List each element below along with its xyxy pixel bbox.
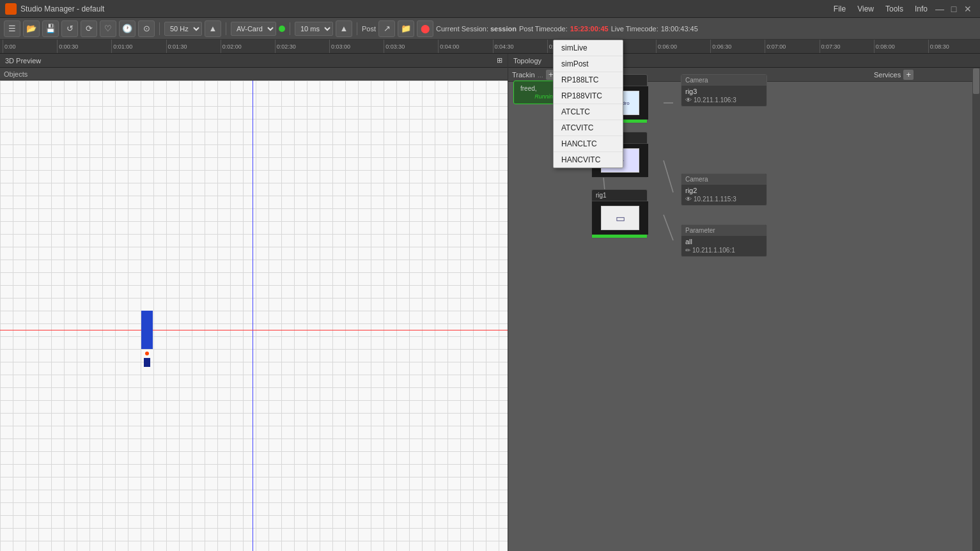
folder-button[interactable]: 📁 xyxy=(398,20,414,37)
svg-line-3 xyxy=(664,160,673,192)
camera-body xyxy=(141,311,153,349)
preview-expand-icon[interactable]: ⊞ xyxy=(497,56,502,65)
window-controls: — □ ✕ xyxy=(933,2,975,16)
cam2-eye-icon: 👁 xyxy=(685,196,692,203)
post-icon-button[interactable]: ↗ xyxy=(378,20,395,37)
cam3-ip: 👁 10.211.1.106:3 xyxy=(681,97,766,106)
live-timecode-label: Live Timecode: xyxy=(611,25,658,33)
cam2-box: Camera rig2 👁 10.211.1.115:3 xyxy=(681,173,767,206)
save-button[interactable]: 💾 xyxy=(42,20,59,37)
delay-up-button[interactable]: ▲ xyxy=(336,20,352,37)
heart-button[interactable]: ♡ xyxy=(100,20,116,37)
param-header: Parameter xyxy=(681,225,766,236)
minimize-button[interactable]: — xyxy=(933,2,947,16)
ruler-container: 0:000:00:300:01:000:01:300:02:000:02:300… xyxy=(3,40,980,54)
rig1-status-bar xyxy=(592,235,647,238)
title-bar: Studio Manager - default File View Tools… xyxy=(0,0,980,18)
dropdown-item-atcltc[interactable]: ATCLTC xyxy=(554,104,623,120)
param-pen-icon: ✏ xyxy=(685,247,690,254)
menu-tools[interactable]: Tools xyxy=(880,3,908,15)
dropdown-item-hancltc[interactable]: HANCLTC xyxy=(554,136,623,152)
rig1-thumb-inner: ▭ xyxy=(601,206,639,230)
separator4 xyxy=(357,22,357,35)
preview-header: 3D Preview ⊞ xyxy=(0,54,508,68)
vertical-crosshair xyxy=(253,81,253,551)
refresh-button[interactable]: ⟳ xyxy=(81,20,97,37)
card-status-dot xyxy=(279,26,285,32)
rig1-thumbnail: ▭ xyxy=(592,201,648,235)
open-button[interactable]: 📂 xyxy=(23,20,40,37)
timecode-dropdown-menu: simLive simPost RP188LTC RP188VITC ATCLT… xyxy=(553,40,623,168)
main-area: 3D Preview ⊞ Objects Topology xyxy=(0,54,980,551)
post-timecode-value: 15:23:00:45 xyxy=(570,25,609,33)
delay-select[interactable]: 10 ms xyxy=(295,22,333,36)
camera-lens xyxy=(144,358,150,367)
right-scrollbar[interactable] xyxy=(972,68,980,551)
separator2 xyxy=(226,22,226,35)
title-text: Studio Manager - default xyxy=(20,4,828,13)
cam2-header: Camera xyxy=(681,174,766,185)
separator3 xyxy=(290,22,290,35)
dropdown-item-rp188ltc[interactable]: RP188LTC xyxy=(554,72,623,88)
cam3-name: rig3 xyxy=(681,86,766,97)
preview-canvas[interactable] xyxy=(0,81,508,551)
cam2-name: rig2 xyxy=(681,185,766,196)
services-add-button[interactable]: + xyxy=(903,70,914,80)
camera-dot xyxy=(145,352,149,355)
cam2-ip: 👁 10.211.1.115:3 xyxy=(681,196,766,205)
menu-view[interactable]: View xyxy=(852,3,879,15)
services-header: Services + xyxy=(870,68,972,82)
live-timecode-value: 18:00:43:45 xyxy=(661,25,698,33)
rig1-title: rig1 xyxy=(592,190,647,201)
record-button[interactable]: ⊙ xyxy=(138,20,155,37)
new-button[interactable]: ☰ xyxy=(4,20,20,37)
separator1 xyxy=(159,22,160,35)
menu-info[interactable]: Info xyxy=(910,3,933,15)
tracking-title: Trackin xyxy=(512,71,535,79)
freq-up-button[interactable]: ▲ xyxy=(205,20,221,37)
rig1-box: rig1 ▭ xyxy=(591,189,648,238)
post-timecode-label: Post Timecode: xyxy=(519,25,568,33)
parameter-card[interactable]: Parameter all ✏ 10.211.1.106:1 xyxy=(681,224,767,257)
maximize-button[interactable]: □ xyxy=(947,2,961,16)
close-button[interactable]: ✕ xyxy=(961,2,975,16)
camera-rig3-card[interactable]: Camera rig3 👁 10.211.1.106:3 xyxy=(681,74,767,107)
card-select[interactable]: AV-Card xyxy=(231,22,276,36)
menu-file[interactable]: File xyxy=(828,3,851,15)
param-ip: ✏ 10.211.1.106:1 xyxy=(681,247,766,256)
param-name: all xyxy=(681,236,766,247)
topology-title: Topology xyxy=(513,57,541,65)
clock-button[interactable]: 🕐 xyxy=(119,20,136,37)
cam3-header: Camera xyxy=(681,75,766,86)
preview-panel: 3D Preview ⊞ Objects xyxy=(0,54,508,551)
services-title: Services xyxy=(874,71,901,79)
preview-title: 3D Preview xyxy=(5,57,41,65)
post-label: Post xyxy=(362,25,376,33)
camera-rig2-card[interactable]: Camera rig2 👁 10.211.1.115:3 xyxy=(681,173,767,206)
dropdown-item-simlive[interactable]: simLive xyxy=(554,40,623,56)
rotate-button[interactable]: ↺ xyxy=(61,20,78,37)
dropdown-item-rp188vitc[interactable]: RP188VITC xyxy=(554,88,623,104)
svg-line-4 xyxy=(664,215,673,240)
frequency-select[interactable]: 50 Hz xyxy=(164,22,202,36)
tracking-dots: ... xyxy=(538,71,543,79)
objects-bar: Objects xyxy=(0,68,508,81)
horizontal-crosshair xyxy=(0,330,508,330)
camera-object xyxy=(139,311,155,364)
dropdown-item-hancvitc[interactable]: HANCVITC xyxy=(554,152,623,167)
toolbar: ☰ 📂 💾 ↺ ⟳ ♡ 🕐 ⊙ 50 Hz ▲ AV-Card 10 ms ▲ … xyxy=(0,18,980,40)
app-icon xyxy=(5,3,17,15)
objects-label: Objects xyxy=(4,70,27,78)
dropdown-item-simpost[interactable]: simPost xyxy=(554,56,623,72)
timeline-ruler: 0:000:00:300:01:000:01:300:02:000:02:300… xyxy=(0,40,980,54)
rec-button[interactable]: ⬤ xyxy=(417,20,433,37)
rig1-node[interactable]: rig1 ▭ xyxy=(591,189,648,238)
menu-bar: File View Tools Info xyxy=(828,3,933,15)
dropdown-item-atcvitc[interactable]: ATCVITC xyxy=(554,120,623,136)
scroll-handle[interactable] xyxy=(973,68,979,94)
param-box: Parameter all ✏ 10.211.1.106:1 xyxy=(681,224,767,257)
cam3-box: Camera rig3 👁 10.211.1.106:3 xyxy=(681,74,767,107)
current-session-label: Current Session: session xyxy=(436,25,517,33)
cam3-eye-icon: 👁 xyxy=(685,97,692,104)
